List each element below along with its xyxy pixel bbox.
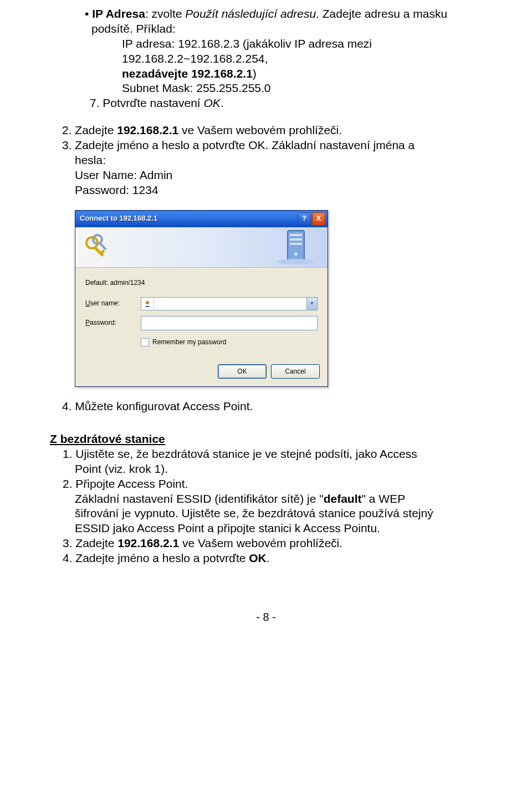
page-number: - 8 -	[50, 610, 482, 625]
txt: Základní nastavení ESSID (identifikátor …	[75, 492, 324, 505]
close-button[interactable]: X	[312, 212, 325, 226]
svg-rect-8	[290, 243, 302, 245]
ip-adresa-label: IP Adresa	[92, 7, 145, 20]
ok-button[interactable]: OK	[218, 364, 267, 379]
auth-dialog: Connect to 192.168.2.1 ? X	[75, 210, 328, 387]
username-dropdown-button[interactable]: ▼	[306, 298, 317, 310]
txt: ve Vašem webovém prohlížeči.	[178, 124, 342, 136]
chevron-down-icon: ▼	[310, 300, 315, 307]
username-label: User name:	[85, 299, 141, 308]
close-icon: X	[316, 214, 321, 223]
txt-bold: default	[324, 492, 362, 505]
ip-warning-line: nezadávejte 192.168.2.1)	[50, 67, 482, 81]
txt-italic: OK	[204, 96, 221, 109]
keys-icon	[81, 232, 112, 263]
txt: .	[221, 96, 224, 109]
password-input[interactable]	[141, 316, 318, 330]
help-button[interactable]: ?	[298, 212, 311, 226]
wstep-2-a: 2. Připojte Access Point.	[50, 477, 482, 492]
txt-bold: 192.168.2.1	[117, 537, 179, 549]
dialog-body: Default: admin/1234 User name: ▼ Passwor…	[75, 268, 328, 356]
username-combo[interactable]: ▼	[141, 297, 318, 310]
txt: " a WEP	[362, 492, 406, 505]
ip-example-line: IP adresa: 192.168.2.3 (jakákoliv IP adr…	[50, 37, 482, 67]
svg-rect-6	[290, 234, 302, 236]
txt: )	[253, 67, 257, 80]
password-label: Password:	[85, 319, 141, 327]
txt-bold: nezadávejte 192.168.2.1	[122, 67, 253, 80]
wstep-1-a: 1. Ujistěte se, že bezdrátová stanice je…	[50, 447, 482, 462]
cancel-button[interactable]: Cancel	[271, 364, 320, 379]
wstep-4: 4. Zadejte jméno a heslo a potvrďte OK.	[50, 551, 482, 566]
svg-point-9	[294, 252, 298, 256]
step-4: 4. Můžete konfigurovat Access Point.	[50, 399, 482, 414]
svg-rect-7	[290, 238, 302, 241]
user-icon	[141, 298, 154, 310]
wireless-section-title: Z bezdrátové stanice	[50, 432, 482, 447]
remember-label: Remember my password	[152, 338, 226, 346]
dialog-banner	[75, 227, 328, 268]
server-icon	[272, 228, 322, 266]
wstep-2-d: ESSID jako Access Point a připojte stani…	[50, 521, 482, 536]
svg-point-11	[146, 301, 149, 304]
txt: 7. Potvrďte nastavení	[90, 96, 204, 109]
wstep-1-b: Point (viz. krok 1).	[50, 462, 482, 477]
txt: .	[267, 552, 270, 564]
txt-bold: 192.168.2.1	[117, 124, 178, 136]
auth-dialog-wrap: Connect to 192.168.2.1 ? X	[75, 210, 482, 387]
username-input[interactable]	[154, 298, 306, 310]
remember-checkbox[interactable]	[141, 338, 149, 346]
confirm-ok-line: 7. Potvrďte nastavení OK.	[50, 96, 482, 111]
txt: : zvolte	[145, 7, 185, 20]
wstep-2-b: Základní nastavení ESSID (identifikátor …	[50, 492, 482, 507]
cancel-button-label: Cancel	[285, 368, 305, 376]
txt-italic: Použít následující adresu	[185, 7, 316, 20]
step-2: 2. Zadejte 192.168.2.1 ve Vašem webovém …	[50, 123, 482, 138]
step-3-line1: 3. Zadejte jméno a heslo a potvrďte OK. …	[50, 138, 482, 153]
ip-adresa-bullet: • IP Adresa: zvolte Použít následující a…	[50, 7, 482, 37]
txt: 3. Zadejte	[63, 537, 117, 549]
svg-rect-4	[98, 242, 107, 251]
step-3-line2: hesla:	[50, 153, 482, 168]
help-icon: ?	[302, 214, 306, 223]
txt: 2. Zadejte	[62, 124, 117, 136]
step-3-password: Password: 1234	[50, 183, 482, 198]
subnet-line: Subnet Mask: 255.255.255.0	[50, 81, 482, 96]
wstep-2-c: šifrování je vypnuto. Ujistěte se, že be…	[50, 506, 482, 521]
txt-bold: OK	[249, 552, 267, 564]
txt: ve Vašem webovém prohlížeči.	[179, 537, 342, 549]
txt: 4. Zadejte jméno a heslo a potvrďte	[63, 552, 249, 564]
svg-point-10	[277, 259, 315, 264]
wstep-3: 3. Zadejte 192.168.2.1 ve Vašem webovém …	[50, 536, 482, 551]
default-hint: Default: admin/1234	[85, 279, 318, 287]
step-3-username: User Name: Admin	[50, 168, 482, 183]
dialog-titlebar: Connect to 192.168.2.1 ? X	[75, 211, 328, 227]
dialog-buttons: OK Cancel	[75, 355, 328, 386]
ok-button-label: OK	[237, 368, 247, 376]
dialog-title: Connect to 192.168.2.1	[80, 214, 296, 223]
